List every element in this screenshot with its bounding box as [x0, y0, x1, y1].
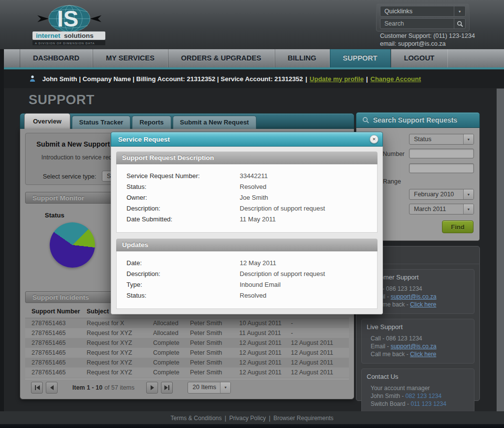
table-cell: 2787651465 — [25, 359, 80, 366]
footer-link-terms-conditions[interactable]: Terms & Conditions — [170, 415, 221, 422]
nav-item-my-services[interactable]: MY SERVICES — [93, 49, 168, 67]
table-cell: Peter Smith — [184, 349, 233, 356]
header-tools-panel: Quicklinks ▼ — [376, 3, 470, 31]
footer-link-browser-requirements[interactable]: Browser Requirements — [273, 415, 333, 422]
table-cell: Request for XYZ — [80, 339, 147, 346]
table-row[interactable]: 2787651465Request for XYZAllocatedPeter … — [25, 328, 349, 338]
next-page-button[interactable] — [146, 382, 158, 394]
field-row: Type:Inbound Email — [117, 279, 377, 290]
tab-overview[interactable]: Overview — [24, 113, 70, 129]
table-row[interactable]: 2787651465Request for XYZCompletePeter S… — [25, 348, 349, 358]
nav-item-billing[interactable]: BILLING — [275, 49, 330, 67]
page-size-value: 20 Items — [188, 382, 220, 393]
footer-link-privacy-policy[interactable]: Privacy Policy — [229, 415, 266, 422]
search-icon[interactable] — [454, 19, 465, 29]
help-text: Switch Board - — [371, 400, 410, 407]
modal-section-body: Service Request Number:33442211Status:Re… — [116, 164, 378, 233]
change-account-link[interactable]: Change Account — [371, 75, 421, 83]
help-link[interactable]: Click here — [410, 351, 436, 358]
chevron-down-icon[interactable]: ▼ — [463, 189, 473, 199]
status-select[interactable]: Status ▼ — [409, 134, 474, 145]
nav-item-support[interactable]: SUPPORT — [330, 49, 391, 69]
date-from-select[interactable]: February 2010 ▼ — [409, 189, 474, 200]
search-secondary-input[interactable] — [409, 163, 474, 173]
help-line: Call - 086 123 1234 — [367, 335, 469, 342]
quicklinks-value: Quicklinks — [380, 8, 454, 15]
nav-item-logout[interactable]: LOGOUT — [391, 49, 448, 67]
help-line: John Smith - 082 123 1234 — [367, 392, 469, 400]
help-link[interactable]: Click here — [410, 301, 436, 308]
header-search-box — [380, 18, 466, 29]
field-value: Resolved — [240, 183, 266, 190]
table-cell: 2787651463 — [25, 320, 80, 327]
field-label: Date: — [126, 259, 240, 267]
field-row: Description:Description of support reque… — [117, 268, 377, 279]
table-cell: Request for XYZ — [80, 369, 147, 376]
chevron-down-icon[interactable]: ▼ — [220, 382, 230, 393]
service-type-label: Select service type: — [43, 173, 96, 180]
table-cell: 12 August 2011 — [233, 349, 284, 356]
field-label: Description: — [126, 205, 240, 212]
search-icon — [362, 117, 369, 123]
help-text: Call - 086 123 1234 — [371, 335, 422, 342]
table-pagination: Item 1 - 10of 57 items 20 Items ▼ — [25, 379, 349, 396]
separator: | — [364, 75, 371, 83]
bottom-edge — [0, 424, 504, 428]
page-size-select[interactable]: 20 Items ▼ — [188, 382, 231, 394]
table-row[interactable]: 2787651465Request for XYZCompletePeter S… — [25, 367, 349, 377]
table-cell: 10 August 2011 — [233, 320, 284, 327]
table-cell: 2787651465 — [25, 369, 80, 376]
table-cell: - — [284, 330, 349, 336]
first-page-button[interactable] — [31, 382, 43, 394]
service-request-modal: Service Request ✕ Support Request Descri… — [111, 132, 383, 314]
table-cell: Request for X — [80, 320, 147, 327]
account-info: John Smith | Company Name | Billing Acco… — [42, 75, 303, 83]
tab-reports[interactable]: Reports — [132, 116, 171, 129]
header-search-input[interactable] — [380, 20, 454, 28]
search-requests-title: Search Support Requests — [373, 116, 457, 124]
incidents-table: Support NumberSubjectStatusOwnerDate Sub… — [25, 305, 349, 377]
field-label: Description: — [126, 270, 240, 277]
field-label: Status: — [126, 292, 240, 299]
customer-support-email: email: support@is.co.za — [380, 40, 446, 47]
help-section-title: Live Support — [367, 323, 469, 331]
pagination-status: Item 1 - 10of 57 items — [72, 384, 134, 391]
table-cell: Request for XYZ — [80, 330, 147, 336]
tab-status-tracker[interactable]: Status Tracker — [72, 116, 131, 129]
table-cell: Complete — [147, 369, 184, 376]
help-line: Call me back - Click here — [367, 350, 469, 358]
date-to-select[interactable]: March 2011 ▼ — [409, 204, 474, 214]
nav-item-dashboard[interactable]: DASHBOARD — [20, 49, 93, 67]
logo-monogram: IS — [57, 6, 78, 31]
find-button[interactable]: Find — [442, 220, 473, 233]
help-line: Your account manager — [367, 384, 469, 392]
svg-text:solutions: solutions — [64, 32, 94, 39]
chevron-down-icon[interactable]: ▼ — [463, 204, 473, 214]
help-link[interactable]: support@is.co.za — [391, 343, 437, 350]
help-text: John Smith - — [371, 393, 406, 399]
table-cell: - — [284, 320, 349, 327]
quicklinks-select[interactable]: Quicklinks ▼ — [380, 6, 466, 17]
support-number-input[interactable] — [409, 149, 474, 158]
help-link[interactable]: support@is.co.za — [391, 293, 437, 300]
support-portal-page: IS internet solutions A DIVISION OF DIME… — [0, 0, 504, 428]
update-profile-link[interactable]: Update my profile — [310, 75, 364, 83]
nav-item-orders-upgrades[interactable]: ORDERS & UPGRADES — [168, 49, 275, 67]
table-cell: Peter Smith — [184, 320, 233, 327]
left-edge — [0, 49, 4, 411]
chevron-down-icon[interactable]: ▼ — [454, 6, 465, 16]
field-label: Owner: — [126, 194, 240, 201]
table-row[interactable]: 2787651465Request for XYZCompletePeter S… — [25, 338, 349, 348]
previous-page-button[interactable] — [46, 382, 58, 394]
table-row[interactable]: 2787651465Request for XYZCompletePeter S… — [25, 358, 349, 367]
close-icon[interactable]: ✕ — [370, 135, 378, 144]
chevron-down-icon[interactable]: ▼ — [463, 134, 473, 144]
table-row[interactable]: 2787651463Request for XAllocatedPeter Sm… — [25, 318, 349, 328]
table-cell: 11 August 2011 — [233, 330, 284, 336]
last-page-button[interactable] — [161, 382, 173, 394]
field-row: Date:12 May 2011 — [117, 257, 377, 268]
modal-section-header: Support Request Description — [116, 152, 378, 164]
tab-submit-a-new-request[interactable]: Submit a New Request — [173, 116, 256, 129]
page-title: SUPPORT — [29, 92, 94, 108]
field-value: Inbound Email — [240, 281, 281, 288]
